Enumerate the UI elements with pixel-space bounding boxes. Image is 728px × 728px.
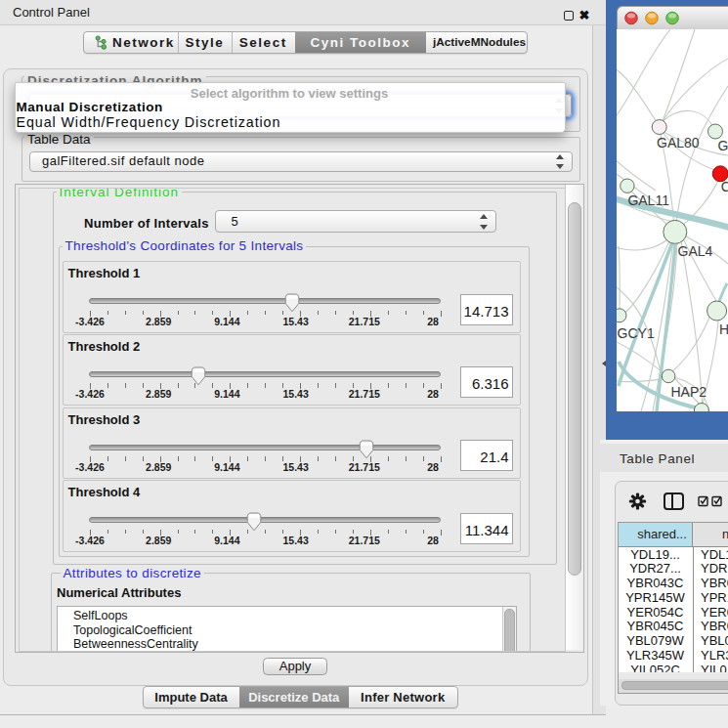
svg-text:HAP2: HAP2 <box>671 383 707 399</box>
svg-text:H: H <box>719 321 728 337</box>
svg-text:GCY1: GCY1 <box>618 324 655 340</box>
svg-text:GAL4: GAL4 <box>678 242 713 258</box>
svg-text:GAL11: GAL11 <box>627 193 669 208</box>
svg-text:GAL80: GAL80 <box>657 135 700 150</box>
svg-text:C: C <box>721 178 728 193</box>
svg-text:G.: G. <box>718 138 728 153</box>
